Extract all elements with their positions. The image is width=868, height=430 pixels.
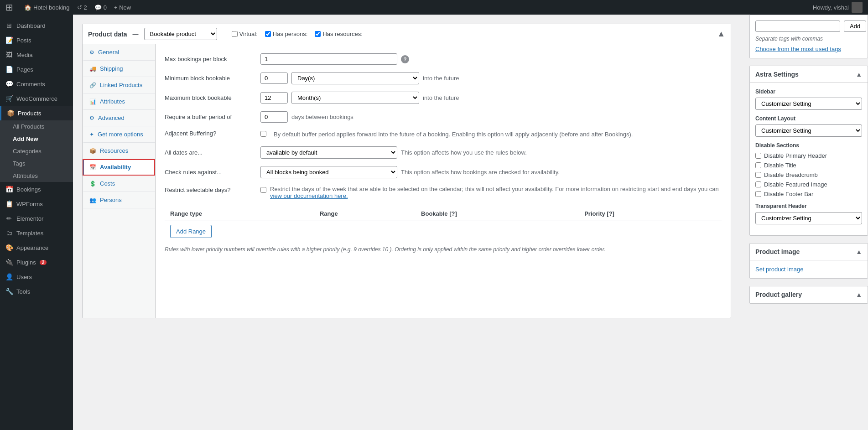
max-bookings-help-icon[interactable]: ? bbox=[401, 55, 409, 63]
min-block-input[interactable] bbox=[260, 73, 288, 84]
sidebar-item-media[interactable]: 🖼 Media bbox=[0, 47, 73, 62]
astra-settings-box: Astra Settings ▲ Sidebar Customizer Sett… bbox=[749, 66, 868, 236]
sidebar-item-posts[interactable]: 📝 Posts bbox=[0, 33, 73, 47]
tab-resources[interactable]: 📦 Resources bbox=[83, 143, 155, 159]
min-block-row: Minimum block bookable Day(s) Hour(s) Mi… bbox=[165, 72, 722, 84]
all-dates-label: All dates are... bbox=[165, 149, 260, 156]
sidebar-item-woocommerce[interactable]: 🛒 WooCommerce bbox=[0, 91, 73, 106]
transparent-header-select[interactable]: Customizer Setting bbox=[755, 212, 862, 224]
topbar-revisions[interactable]: ↺ 2 bbox=[77, 4, 87, 11]
sidebar-item-dashboard[interactable]: ⊞ Dashboard bbox=[0, 18, 73, 33]
sidebar-item-templates[interactable]: 🗂 Templates bbox=[0, 226, 73, 240]
dashboard-icon: ⊞ bbox=[5, 22, 13, 29]
set-product-image-link[interactable]: Set product image bbox=[755, 266, 804, 273]
max-bookings-input[interactable] bbox=[260, 53, 397, 65]
topbar-site-name[interactable]: 🏠 Hotel booking bbox=[24, 4, 70, 11]
tools-icon: 🔧 bbox=[5, 288, 13, 295]
sidebar-item-label: Templates bbox=[16, 230, 43, 237]
sidebar-item-products[interactable]: 📦 Products bbox=[0, 106, 73, 120]
costs-icon: 💲 bbox=[89, 181, 96, 187]
check-rules-select[interactable]: All blocks being booked Starting block o… bbox=[260, 166, 397, 178]
product-data-box: Product data — Bookable product Simple p… bbox=[82, 24, 731, 318]
disable-primary-header-checkbox[interactable] bbox=[755, 153, 761, 159]
col-priority: Priority [?] bbox=[579, 207, 722, 221]
virtual-checkbox[interactable] bbox=[232, 31, 238, 37]
tab-advanced[interactable]: ⚙ Advanced bbox=[83, 110, 155, 126]
sidebar-sub-categories[interactable]: Categories bbox=[0, 145, 73, 157]
product-image-collapse[interactable]: ▲ bbox=[856, 248, 862, 255]
tag-input-row: Add bbox=[755, 21, 862, 32]
max-block-suffix: into the future bbox=[423, 94, 459, 101]
all-dates-select[interactable]: available by default not available by de… bbox=[260, 146, 397, 159]
product-gallery-collapse[interactable]: ▲ bbox=[856, 291, 862, 298]
media-icon: 🖼 bbox=[5, 51, 13, 58]
disable-breadcrumb-checkbox[interactable] bbox=[755, 172, 761, 178]
sidebar-item-comments[interactable]: 💬 Comments bbox=[0, 77, 73, 91]
sidebar-sub-add-new[interactable]: Add New bbox=[0, 133, 73, 145]
topbar: ⊞ 🏠 Hotel booking ↺ 2 💬 0 + New Howdy, v… bbox=[0, 0, 868, 15]
tab-persons[interactable]: 👥 Persons bbox=[83, 192, 155, 208]
sidebar-item-appearance[interactable]: 🎨 Appearance bbox=[0, 240, 73, 255]
sidebar-item-elementor[interactable]: ✏ Elementor bbox=[0, 211, 73, 226]
astra-settings-header[interactable]: Astra Settings ▲ bbox=[750, 66, 868, 83]
tab-get-more-options[interactable]: ✦ Get more options bbox=[83, 126, 155, 143]
sidebar-item-label: Comments bbox=[16, 81, 45, 88]
sidebar-item-label: Posts bbox=[16, 37, 31, 44]
sidebar-item-label: Media bbox=[16, 52, 32, 58]
has-resources-checkbox[interactable] bbox=[315, 31, 321, 37]
max-block-input[interactable] bbox=[260, 92, 288, 104]
topbar-comments[interactable]: 💬 0 bbox=[94, 4, 107, 11]
product-gallery-header[interactable]: Product gallery ▲ bbox=[750, 286, 868, 303]
add-tag-button[interactable]: Add bbox=[844, 21, 866, 32]
restrict-checkbox[interactable] bbox=[260, 187, 266, 193]
all-dates-field: available by default not available by de… bbox=[260, 146, 722, 159]
add-range-button[interactable]: Add Range bbox=[170, 225, 212, 238]
tab-general[interactable]: ⚙ General bbox=[83, 44, 155, 61]
max-bookings-field: ? bbox=[260, 53, 722, 65]
disable-footer-bar-checkbox[interactable] bbox=[755, 191, 761, 197]
astra-settings-collapse[interactable]: ▲ bbox=[856, 71, 862, 78]
sidebar-sub-all-products[interactable]: All Products bbox=[0, 120, 73, 133]
tab-linked-products[interactable]: 🔗 Linked Products bbox=[83, 77, 155, 93]
sidebar-item-users[interactable]: 👤 Users bbox=[0, 269, 73, 284]
product-type-select[interactable]: Bookable product Simple product Grouped … bbox=[144, 28, 217, 40]
product-image-header[interactable]: Product image ▲ bbox=[750, 243, 868, 260]
products-icon: 📦 bbox=[7, 109, 14, 117]
product-data-collapse-button[interactable]: ▲ bbox=[717, 29, 725, 39]
content-layout-label: Content Layout bbox=[755, 115, 862, 122]
tab-availability[interactable]: 📅 Availability bbox=[83, 159, 155, 176]
sidebar-item-bookings[interactable]: 📅 Bookings bbox=[0, 182, 73, 197]
adjacent-checkbox[interactable] bbox=[260, 131, 266, 137]
sidebar-sub-tags[interactable]: Tags bbox=[0, 157, 73, 170]
tags-box: Add Separate tags with commas Choose fro… bbox=[749, 15, 868, 58]
sidebar-item-label: Products bbox=[18, 110, 41, 117]
content-layout-select[interactable]: Customizer Setting bbox=[755, 124, 862, 137]
sidebar-item-label: Pages bbox=[16, 66, 33, 73]
disable-featured-image-checkbox[interactable] bbox=[755, 181, 761, 187]
min-block-suffix: into the future bbox=[423, 75, 459, 82]
sidebar-setting-select[interactable]: Customizer Setting bbox=[755, 98, 862, 110]
sidebar-item-wpforms[interactable]: 📋 WPForms bbox=[0, 197, 73, 211]
woocommerce-icon: 🛒 bbox=[5, 95, 13, 102]
tag-input[interactable] bbox=[755, 21, 840, 32]
sidebar-item-plugins[interactable]: 🔌 Plugins 2 bbox=[0, 255, 73, 269]
topbar-new[interactable]: + New bbox=[114, 4, 131, 11]
disable-title-checkbox[interactable] bbox=[755, 162, 761, 168]
tab-shipping[interactable]: 🚚 Shipping bbox=[83, 61, 155, 77]
astra-settings-title: Astra Settings bbox=[755, 71, 799, 78]
sidebar-item-pages[interactable]: 📄 Pages bbox=[0, 62, 73, 77]
min-block-unit-select[interactable]: Day(s) Hour(s) Minute(s) Month(s) bbox=[291, 72, 419, 84]
tab-costs[interactable]: 💲 Costs bbox=[83, 176, 155, 192]
sidebar-item-label: WPForms bbox=[16, 201, 43, 207]
has-persons-checkbox[interactable] bbox=[265, 31, 271, 37]
sidebar-sub-attributes[interactable]: Attributes bbox=[0, 170, 73, 182]
restrict-docs-link[interactable]: view our documentation here. bbox=[270, 192, 348, 199]
buffer-input[interactable] bbox=[260, 111, 288, 123]
choose-tags-link[interactable]: Choose from the most used tags bbox=[755, 46, 862, 52]
max-bookings-row: Max bookings per block ? bbox=[165, 53, 722, 65]
restrict-text: Restrict the days of the week that are a… bbox=[270, 186, 722, 199]
tab-attributes[interactable]: 📊 Attributes bbox=[83, 93, 155, 110]
sidebar-item-tools[interactable]: 🔧 Tools bbox=[0, 284, 73, 299]
transparent-header-label: Transparent Header bbox=[755, 203, 862, 209]
max-block-unit-select[interactable]: Month(s) Day(s) Hour(s) bbox=[291, 92, 419, 104]
